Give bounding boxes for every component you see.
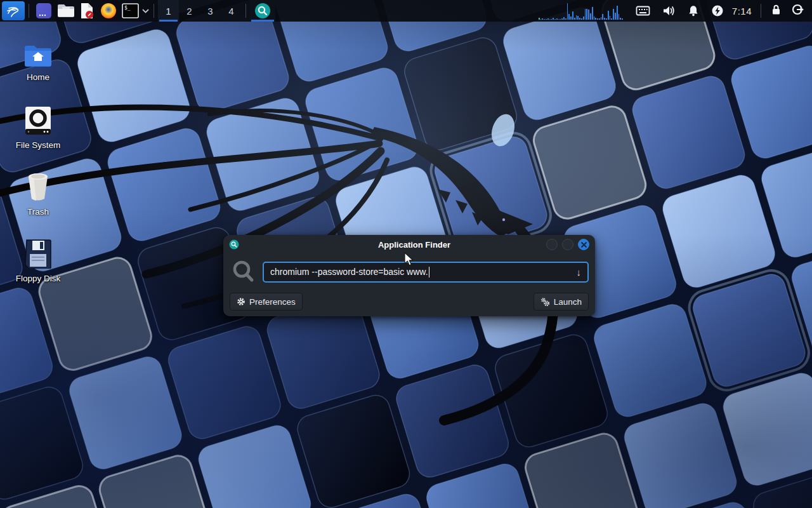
cpu-bar bbox=[540, 19, 542, 20]
preferences-button[interactable]: Preferences bbox=[230, 293, 303, 311]
cpu-bar bbox=[604, 18, 605, 20]
panel-separator bbox=[29, 4, 29, 18]
kali-logo-icon bbox=[6, 3, 21, 18]
cpu-bar bbox=[615, 13, 616, 20]
cpu-bar bbox=[558, 19, 560, 20]
appfinder-window-icon bbox=[229, 239, 239, 250]
cpu-bar bbox=[590, 13, 591, 20]
system-tray bbox=[630, 4, 730, 17]
workspace-3[interactable]: 3 bbox=[200, 0, 221, 22]
active-underline bbox=[251, 20, 274, 22]
terminal-prompt-glyph: $_ bbox=[124, 5, 131, 11]
cpu-bar bbox=[606, 18, 607, 20]
workspace-label: 3 bbox=[207, 6, 213, 17]
search-icon bbox=[231, 259, 256, 284]
launch-button[interactable]: Launch bbox=[534, 293, 589, 311]
cpu-bar bbox=[563, 17, 565, 20]
desktop-root: Home File System bbox=[0, 0, 812, 508]
cpu-bar bbox=[577, 16, 579, 20]
cpu-bar bbox=[592, 7, 593, 20]
cpu-bar bbox=[549, 19, 551, 20]
workspace-2[interactable]: 2 bbox=[179, 0, 200, 22]
cpu-bar bbox=[539, 18, 540, 20]
preferences-label: Preferences bbox=[249, 297, 296, 307]
cpu-bar bbox=[619, 14, 620, 20]
home-folder-icon bbox=[23, 33, 53, 67]
maximize-button[interactable] bbox=[562, 239, 573, 250]
launcher-window-app[interactable] bbox=[34, 1, 53, 20]
window-title: Application Finder bbox=[239, 240, 589, 250]
cpu-bar bbox=[544, 19, 545, 20]
cpu-bar bbox=[588, 10, 589, 20]
cpu-bar bbox=[547, 18, 549, 20]
workspace-4[interactable]: 4 bbox=[221, 0, 242, 22]
power-manager-icon[interactable] bbox=[711, 4, 724, 17]
history-dropdown-icon[interactable]: ↓ bbox=[577, 267, 582, 277]
desktop-icon-trash[interactable]: Trash bbox=[5, 168, 71, 217]
cpu-bar bbox=[622, 18, 623, 20]
taskbar-application-finder[interactable] bbox=[250, 0, 275, 22]
cpu-bar bbox=[620, 18, 621, 20]
cpu-bar bbox=[567, 3, 568, 20]
cpu-bar bbox=[581, 18, 582, 20]
cpu-bar bbox=[617, 6, 618, 20]
launcher-firefox[interactable] bbox=[99, 1, 118, 20]
clock[interactable]: 7:14 bbox=[732, 6, 752, 17]
launcher-terminal[interactable]: $_ bbox=[121, 1, 140, 20]
titlebar[interactable]: Application Finder bbox=[223, 235, 595, 254]
lock-screen-icon[interactable] bbox=[770, 3, 782, 18]
volume-icon[interactable] bbox=[662, 4, 676, 17]
minimize-button[interactable] bbox=[546, 239, 558, 250]
cpu-bar bbox=[553, 18, 554, 20]
desktop-icon-label: Home bbox=[27, 72, 49, 82]
command-input[interactable]: chromium --password-store=basic www. ↓ bbox=[263, 262, 589, 283]
trash-icon bbox=[25, 168, 51, 202]
cpu-bar bbox=[576, 15, 577, 20]
cpu-bar bbox=[610, 16, 611, 20]
cpu-bar bbox=[561, 18, 563, 20]
cpu-load-graph[interactable] bbox=[539, 2, 624, 20]
window-app-icon bbox=[36, 3, 52, 19]
cpu-bar bbox=[594, 17, 595, 20]
terminal-icon: $_ bbox=[122, 3, 139, 18]
cpu-bar bbox=[551, 19, 552, 20]
panel-separator bbox=[246, 4, 246, 18]
cpu-bar bbox=[601, 17, 602, 20]
notifications-bell-icon[interactable] bbox=[687, 4, 700, 17]
workspace-1[interactable]: 1 bbox=[158, 0, 179, 22]
top-panel: $_ 1 2 3 4 bbox=[0, 0, 812, 22]
appfinder-taskbar-icon bbox=[254, 3, 271, 19]
keyboard-indicator-icon[interactable] bbox=[636, 4, 650, 17]
cpu-bar bbox=[568, 14, 570, 20]
desktop-icon-column: Home File System bbox=[5, 33, 71, 297]
cpu-bar bbox=[572, 11, 573, 20]
launcher-file-manager[interactable] bbox=[56, 1, 75, 20]
cpu-bar bbox=[570, 17, 572, 20]
launch-gears-icon bbox=[540, 297, 550, 307]
gear-icon bbox=[237, 297, 246, 306]
workspace-label: 2 bbox=[187, 6, 192, 17]
cpu-bar bbox=[546, 19, 547, 20]
terminal-dropdown-chevron[interactable] bbox=[141, 1, 150, 20]
workspace-label: 4 bbox=[228, 6, 233, 17]
desktop-icon-file-system[interactable]: File System bbox=[5, 101, 71, 150]
cpu-bar bbox=[542, 18, 543, 20]
desktop-icon-label: Floppy Disk bbox=[16, 274, 61, 283]
close-button[interactable] bbox=[578, 239, 589, 250]
panel-separator bbox=[761, 4, 761, 18]
cpu-bar bbox=[554, 19, 556, 20]
launcher-text-editor[interactable] bbox=[77, 1, 96, 20]
cpu-bar bbox=[611, 18, 612, 20]
file-manager-icon bbox=[57, 3, 74, 18]
logout-icon[interactable] bbox=[791, 3, 804, 18]
desktop-icon-home[interactable]: Home bbox=[5, 33, 71, 82]
text-editor-icon bbox=[79, 3, 95, 19]
desktop-icon-floppy-disk[interactable]: Floppy Disk bbox=[5, 234, 71, 283]
cpu-bar bbox=[597, 18, 598, 20]
cpu-bar bbox=[602, 14, 603, 20]
applications-menu-button[interactable] bbox=[2, 1, 25, 20]
workspace-label: 1 bbox=[166, 6, 171, 17]
cpu-bar bbox=[585, 9, 586, 20]
cpu-bar bbox=[583, 17, 584, 20]
cpu-bar bbox=[560, 19, 561, 20]
